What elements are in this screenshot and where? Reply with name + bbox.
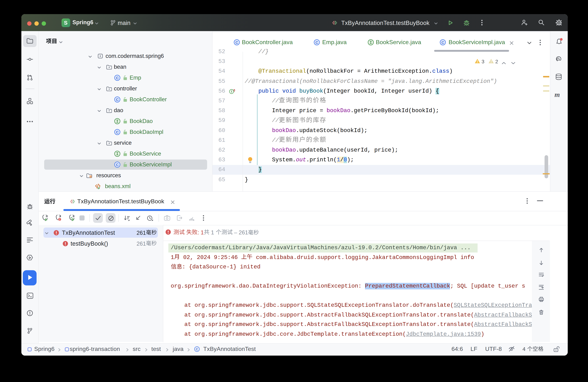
svg-text:C: C (235, 40, 238, 44)
svg-text:C: C (116, 130, 118, 134)
svg-text:C: C (116, 76, 118, 80)
svg-text:C: C (116, 97, 118, 101)
svg-text:C: C (315, 40, 318, 44)
svg-text:C: C (195, 347, 198, 351)
svg-text:C: C (441, 40, 444, 44)
svg-text:I: I (231, 90, 232, 93)
svg-text:C: C (116, 162, 118, 167)
